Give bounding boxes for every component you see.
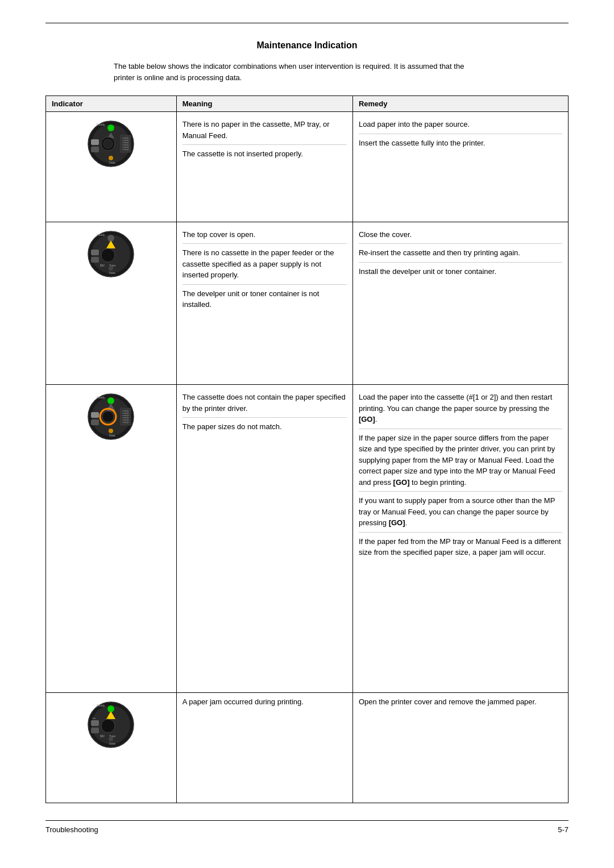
header-meaning: Meaning — [176, 96, 352, 112]
meaning-text: There is no paper in the cassette, MP tr… — [182, 115, 347, 145]
page-title: Maintenance Indication — [45, 40, 569, 51]
remedy-text: If you want to supply paper from a sourc… — [359, 492, 562, 533]
svg-text:Ready: Ready — [97, 123, 105, 126]
svg-rect-53 — [91, 728, 99, 733]
svg-rect-4 — [91, 147, 99, 152]
top-border — [45, 23, 569, 23]
printer-indicator-icon-1: Ready Data — [80, 115, 142, 169]
svg-text:Ready: Ready — [97, 704, 105, 707]
page: Maintenance Indication The table below s… — [0, 0, 614, 868]
remedy-text: If the paper fed from the MP tray or Man… — [359, 532, 562, 562]
remedy-text: Open the printer cover and remove the ja… — [359, 697, 537, 706]
svg-point-15 — [103, 139, 113, 148]
svg-point-16 — [109, 156, 113, 160]
meaning-text: The top cover is open. — [182, 226, 347, 244]
table-row: Ready Data The cassette does not contain… — [46, 385, 569, 693]
svg-point-45 — [102, 411, 114, 422]
meaning-text: The cassette does not contain the paper … — [182, 388, 347, 418]
remedy-text: Re-insert the cassette and then try prin… — [359, 244, 562, 263]
svg-rect-33 — [91, 412, 99, 418]
go-text: [GO] — [359, 415, 375, 423]
remedy-text: Install the develper unit or toner conta… — [359, 262, 562, 280]
table-row: $8V Toner Ready Data The top cover is op… — [46, 222, 569, 385]
footer-left: Troubleshooting — [45, 825, 98, 834]
header-remedy: Remedy — [352, 96, 568, 112]
go-text: [GO] — [393, 478, 410, 487]
printer-indicator-icon-3: Ready Data — [80, 388, 142, 442]
table-header-row: Indicator Meaning Remedy — [46, 96, 569, 112]
meaning-text: There is no cassette in the paper feeder… — [182, 244, 347, 285]
remedy-text: If the paper size in the paper source di… — [359, 429, 562, 492]
remedy-text: Insert the cassette fully into the print… — [359, 134, 562, 152]
remedy-cell-1: Load paper into the paper source. Insert… — [352, 112, 568, 222]
printer-indicator-icon-2: $8V Toner Ready Data — [80, 226, 142, 280]
meaning-text: A paper jam occurred during printing. — [182, 697, 304, 706]
meaning-cell-3: The cassette does not contain the paper … — [176, 385, 352, 693]
indicator-cell-1: Ready Data — [46, 112, 177, 222]
go-text: [GO] — [389, 518, 405, 527]
svg-text:Data: Data — [109, 271, 115, 275]
table-row: Ready Data There is no paper in the cass… — [46, 112, 569, 222]
svg-point-59 — [109, 737, 113, 741]
svg-text:Ready: Ready — [97, 396, 105, 399]
svg-text:Data: Data — [109, 742, 115, 745]
svg-rect-22 — [91, 250, 99, 255]
remedy-cell-3: Load the paper into the cassette (#[1 or… — [352, 385, 568, 693]
indicator-cell-3: Ready Data — [46, 385, 177, 693]
meaning-text: The develper unit or toner container is … — [182, 284, 347, 314]
footer: Troubleshooting 5-7 — [45, 821, 569, 834]
svg-point-26 — [101, 248, 115, 262]
svg-text:Data: Data — [109, 161, 115, 164]
svg-rect-34 — [91, 420, 99, 425]
remedy-text: Load paper into the paper source. — [359, 115, 562, 134]
meaning-text: The cassette is not inserted properly. — [182, 145, 347, 163]
indicator-cell-2: $8V Toner Ready Data — [46, 222, 177, 385]
svg-text:$8V: $8V — [100, 264, 105, 267]
remedy-cell-2: Close the cover. Re-insert the cassette … — [352, 222, 568, 385]
svg-point-27 — [109, 266, 113, 271]
remedy-text: Load the paper into the cassette (#[1 or… — [359, 388, 562, 429]
svg-point-46 — [109, 429, 113, 433]
svg-rect-23 — [91, 257, 99, 263]
indicator-cell-4: Job Ready $8V Toner Data — [46, 693, 177, 803]
svg-text:Job: Job — [92, 717, 96, 720]
intro-text: The table below shows the indicator comb… — [114, 61, 466, 83]
svg-text:$8V: $8V — [100, 735, 105, 738]
svg-point-2 — [107, 124, 114, 131]
header-indicator: Indicator — [46, 96, 177, 112]
main-table: Indicator Meaning Remedy — [45, 95, 569, 803]
svg-rect-3 — [91, 139, 99, 145]
printer-indicator-icon-4: Job Ready $8V Toner Data — [80, 696, 142, 750]
meaning-cell-2: The top cover is open. There is no casse… — [176, 222, 352, 385]
svg-rect-52 — [91, 720, 99, 726]
meaning-cell-4: A paper jam occurred during printing. — [176, 693, 352, 803]
svg-text:Ready: Ready — [97, 233, 105, 236]
meaning-text: The paper sizes do not match. — [182, 418, 347, 436]
remedy-text: Close the cover. — [359, 226, 562, 244]
table-row: Job Ready $8V Toner Data A paper jam occ… — [46, 693, 569, 803]
svg-text:Data: Data — [109, 434, 115, 437]
footer-right: 5-7 — [558, 825, 569, 834]
svg-point-58 — [101, 719, 115, 733]
remedy-cell-4: Open the printer cover and remove the ja… — [352, 693, 568, 803]
meaning-cell-1: There is no paper in the cassette, MP tr… — [176, 112, 352, 222]
